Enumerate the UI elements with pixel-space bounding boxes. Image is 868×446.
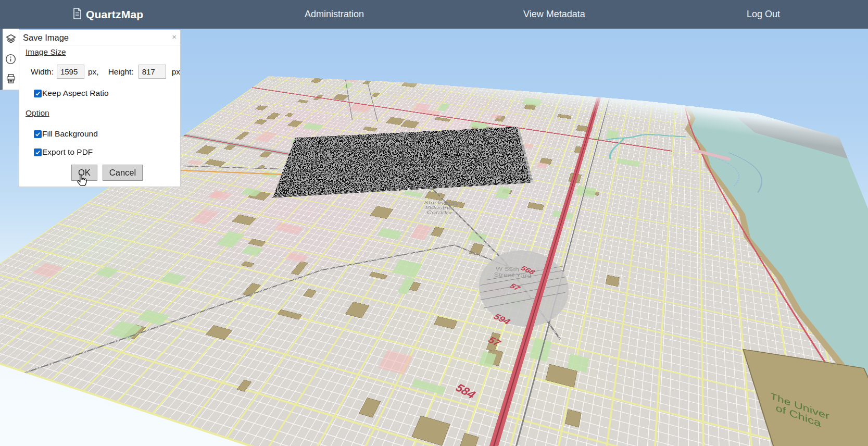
nav-administration[interactable]: Administration (305, 0, 364, 29)
export-to-pdf-label: Export to PDF (42, 147, 93, 157)
fill-background-row: Fill Background (34, 129, 98, 139)
navbar: QuartzMap Administration View Metadata L… (0, 0, 868, 29)
keep-aspect-ratio-label: Keep Aspect Ratio (42, 89, 109, 98)
dialog-separator (19, 45, 180, 45)
left-toolbar (0, 29, 19, 90)
height-unit: px (172, 67, 180, 77)
brand-title: QuartzMap (86, 8, 143, 21)
option-heading: Option (26, 108, 49, 118)
print-icon[interactable] (5, 72, 17, 85)
height-label: Height: (108, 67, 134, 77)
width-label: Width: (31, 67, 54, 77)
brand-doc-icon (73, 8, 82, 21)
fill-background-label: Fill Background (42, 129, 98, 139)
close-icon[interactable]: × (172, 32, 177, 41)
cancel-button[interactable]: Cancel (103, 165, 143, 181)
export-to-pdf-row: Export to PDF (34, 147, 93, 157)
layers-icon[interactable] (5, 33, 17, 45)
keep-aspect-ratio-row: Keep Aspect Ratio (34, 89, 109, 98)
info-icon[interactable] (5, 53, 17, 65)
dialog-title: Save Image (23, 33, 69, 43)
nav-view-metadata[interactable]: View Metadata (523, 0, 585, 29)
save-image-dialog: Save Image × Image Size Width: px, Heigh… (19, 30, 181, 187)
width-unit: px, (88, 67, 99, 77)
width-input[interactable] (57, 65, 84, 79)
size-row: Width: px, Height: px (31, 65, 179, 79)
keep-aspect-ratio-checkbox[interactable] (34, 90, 42, 97)
height-input[interactable] (139, 65, 166, 79)
export-to-pdf-checkbox[interactable] (34, 148, 42, 156)
nav-log-out[interactable]: Log Out (747, 0, 780, 29)
map-patch (289, 70, 300, 73)
brand[interactable]: QuartzMap (73, 0, 143, 29)
map-patch (336, 71, 350, 75)
image-size-heading: Image Size (26, 47, 66, 57)
fill-background-checkbox[interactable] (34, 130, 42, 138)
mouse-cursor (76, 174, 87, 189)
